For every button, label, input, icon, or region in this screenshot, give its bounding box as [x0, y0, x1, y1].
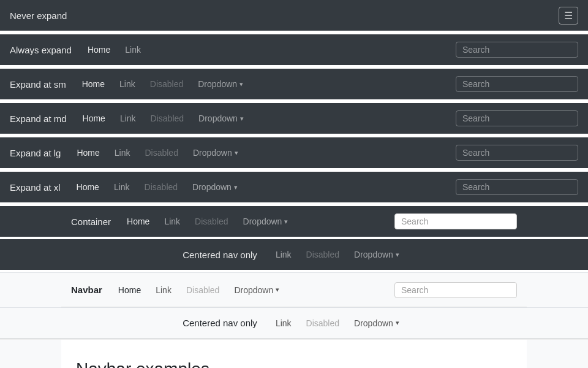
always-expand-nav-links: Home Link — [81, 41, 456, 58]
expand-lg-nav-links: Home Link Disabled Dropdown — [70, 144, 456, 161]
expand-sm-search-wrap — [456, 76, 578, 92]
nav-dropdown-container[interactable]: Dropdown — [237, 213, 295, 230]
never-expand-brand: Never expand — [10, 10, 67, 21]
nav-link-disabled-container: Disabled — [189, 213, 234, 230]
expand-md-nav-links: Home Link Disabled Dropdown — [77, 110, 456, 127]
expand-sm-search-input[interactable] — [456, 76, 578, 92]
expand-xl-search-input[interactable] — [456, 179, 578, 195]
nav-link-home-md[interactable]: Home — [77, 110, 111, 127]
nav-dropdown-lg[interactable]: Dropdown — [187, 144, 244, 161]
nav-link-link-lg[interactable]: Link — [108, 144, 137, 161]
expand-lg-brand: Expand at lg — [10, 148, 61, 158]
centered-disabled-1: Disabled — [300, 246, 345, 263]
container-search-input[interactable] — [394, 213, 517, 229]
nav-link-link-md[interactable]: Link — [114, 110, 142, 127]
nav-link-home-1[interactable]: Home — [81, 41, 116, 58]
nav-link-home-xl[interactable]: Home — [70, 178, 105, 196]
centered-link-2[interactable]: Link — [270, 315, 298, 332]
centered-dropdown-2[interactable]: Dropdown — [348, 315, 405, 332]
centered-link-1[interactable]: Link — [270, 246, 298, 263]
centered-navbar-1: Centered nav only Link Disabled Dropdown — [0, 239, 588, 270]
centered-nav-links-1: Centered nav only Link Disabled Dropdown — [183, 246, 405, 263]
light-nav-links: Home Link Disabled Dropdown — [112, 282, 394, 299]
expand-lg-search-wrap — [456, 145, 578, 161]
centered-navbar-2: Centered nav only Link Disabled Dropdown — [0, 308, 588, 339]
nav-link-home-container[interactable]: Home — [121, 213, 156, 230]
expand-lg-navbar: Expand at lg Home Link Disabled Dropdown — [0, 137, 588, 168]
expand-xl-search-wrap — [456, 179, 578, 195]
light-search-wrap — [394, 282, 517, 298]
centered-nav-links-2: Centered nav only Link Disabled Dropdown — [183, 315, 405, 332]
nav-link-home-sm[interactable]: Home — [76, 75, 111, 93]
light-search-input[interactable] — [394, 282, 517, 298]
expand-md-navbar: Expand at md Home Link Disabled Dropdown — [0, 103, 588, 134]
light-navbar-wrapper: Navbar Home Link Disabled Dropdown — [0, 272, 588, 308]
container-brand: Container — [71, 217, 111, 227]
always-expand-search-input[interactable] — [456, 42, 578, 58]
content-title: Navbar examples — [76, 359, 512, 368]
centered-brand-2: Centered nav only — [183, 318, 257, 328]
nav-dropdown-xl[interactable]: Dropdown — [186, 178, 244, 196]
nav-link-disabled-lg: Disabled — [138, 144, 184, 161]
never-expand-navbar: Never expand ☰ — [0, 0, 588, 31]
light-nav-disabled: Disabled — [180, 282, 225, 299]
expand-sm-brand: Expand at sm — [10, 79, 66, 90]
light-nav-dropdown[interactable]: Dropdown — [228, 282, 285, 299]
nav-link-disabled-xl: Disabled — [138, 178, 184, 196]
nav-dropdown-sm[interactable]: Dropdown — [192, 75, 249, 93]
centered-light-bar: Centered nav only Link Disabled Dropdown — [0, 308, 588, 339]
expand-sm-nav-links: Home Link Disabled Dropdown — [76, 75, 456, 93]
container-navbar-outer: Container Home Link Disabled Dropdown — [0, 206, 588, 237]
expand-xl-nav-links: Home Link Disabled Dropdown — [70, 178, 456, 196]
nav-link-link-sm[interactable]: Link — [113, 75, 141, 93]
centered-dropdown-1[interactable]: Dropdown — [348, 246, 405, 263]
light-navbar: Navbar Home Link Disabled Dropdown — [61, 273, 527, 307]
expand-md-search-input[interactable] — [456, 110, 578, 126]
expand-xl-brand: Expand at xl — [10, 182, 61, 193]
content-wrapper: Navbar examples This example is a quick … — [0, 339, 588, 368]
always-expand-brand: Always expand — [10, 45, 72, 55]
always-expand-search-wrap — [456, 42, 578, 58]
centered-disabled-2: Disabled — [300, 315, 345, 332]
light-nav-link[interactable]: Link — [149, 282, 178, 299]
always-expand-navbar: Always expand Home Link — [0, 34, 588, 65]
content-area: Navbar examples This example is a quick … — [61, 340, 527, 368]
expand-md-search-wrap — [456, 110, 578, 126]
container-search-wrap — [394, 213, 517, 229]
light-navbar-brand: Navbar — [71, 285, 102, 295]
nav-link-home-lg[interactable]: Home — [70, 144, 105, 161]
expand-xl-navbar: Expand at xl Home Link Disabled Dropdown — [0, 172, 588, 202]
nav-link-link-1[interactable]: Link — [119, 41, 147, 58]
nav-link-disabled-sm: Disabled — [144, 75, 189, 93]
navbar-toggler[interactable]: ☰ — [559, 7, 578, 25]
nav-link-link-xl[interactable]: Link — [108, 178, 136, 196]
nav-dropdown-md[interactable]: Dropdown — [192, 110, 250, 127]
expand-lg-search-input[interactable] — [456, 145, 578, 161]
expand-sm-navbar: Expand at sm Home Link Disabled Dropdown — [0, 69, 588, 99]
centered-brand-1: Centered nav only — [183, 250, 257, 260]
container-nav-links: Home Link Disabled Dropdown — [121, 213, 394, 230]
nav-link-disabled-md: Disabled — [145, 110, 190, 127]
expand-md-brand: Expand at md — [10, 113, 67, 124]
nav-link-link-container[interactable]: Link — [158, 213, 186, 230]
light-nav-home[interactable]: Home — [112, 282, 147, 299]
container-navbar-inner: Container Home Link Disabled Dropdown — [61, 206, 527, 237]
